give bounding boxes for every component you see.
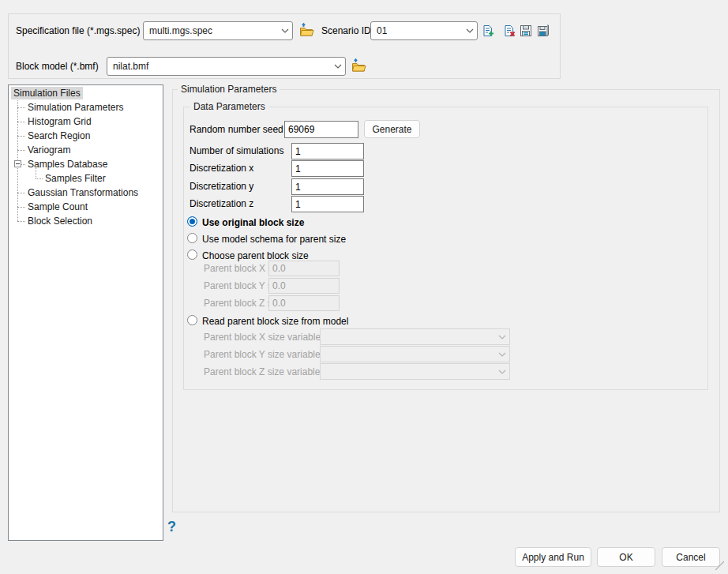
document-add-icon	[482, 24, 494, 37]
simulation-dialog: { "header": { "spec_label": "Specificati…	[0, 0, 728, 574]
radio-read-parent-block-size[interactable]	[187, 315, 197, 325]
browse-spec-file-button[interactable]	[298, 22, 314, 39]
add-scenario-button[interactable]	[482, 24, 494, 37]
ok-label: OK	[619, 552, 632, 563]
discretization-z-label: Discretization z	[190, 198, 253, 209]
tree-item-label: Samples Database	[28, 159, 107, 170]
save-button[interactable]	[520, 24, 532, 37]
tree-item-label: Simulation Parameters	[28, 102, 123, 113]
tree-item-histogram-grid[interactable]: Histogram Grid	[9, 114, 163, 129]
simulation-parameters-title: Simulation Parameters	[178, 84, 280, 95]
tree-item-label: Simulation Files	[11, 87, 83, 99]
radio-use-model-schema[interactable]	[187, 233, 197, 243]
radio-choose-parent-block-size[interactable]	[187, 249, 197, 260]
chevron-down-icon	[281, 28, 289, 33]
tree-item-search-region[interactable]: Search Region	[9, 129, 163, 143]
radio-read-parent-block-size-label: Read parent block size from model	[202, 316, 348, 327]
block-model-combobox[interactable]: nilat.bmf	[107, 57, 346, 76]
number-of-simulations-input[interactable]	[291, 143, 364, 159]
folder-open-icon	[351, 58, 366, 73]
parent-block-x-variable-combobox	[320, 328, 510, 345]
save-as-button[interactable]	[537, 24, 550, 37]
parent-block-y-size-input	[268, 278, 340, 294]
floppy-save-icon	[520, 24, 532, 37]
tree-item-sample-count[interactable]: Sample Count	[9, 200, 163, 214]
parent-block-z-variable-combobox	[320, 363, 510, 380]
generate-button-label: Generate	[372, 124, 411, 135]
radio-use-original-block-size-label: Use original block size	[202, 217, 304, 228]
tree-item-simulation-files[interactable]: Simulation Files	[9, 86, 163, 100]
document-delete-icon	[503, 24, 516, 37]
parent-block-y-variable-combobox	[320, 346, 510, 362]
simulation-files-tree: Simulation Files Simulation Parameters H…	[8, 84, 163, 541]
chevron-down-icon	[466, 28, 474, 33]
cancel-label: Cancel	[676, 552, 705, 563]
block-model-label: Block model (*.bmf)	[16, 61, 99, 72]
radio-use-model-schema-label: Use model schema for parent size	[202, 234, 346, 245]
tree-item-block-selection[interactable]: Block Selection	[9, 214, 163, 228]
cancel-button[interactable]: Cancel	[662, 547, 720, 567]
spec-file-combobox[interactable]: multi.mgs.spec	[143, 21, 293, 40]
parent-block-x-size-input	[268, 261, 340, 276]
tree-item-label: Gaussian Transformations	[28, 187, 138, 198]
discretization-y-label: Discretization y	[190, 181, 253, 192]
delete-scenario-button[interactable]	[503, 24, 516, 37]
apply-and-run-label: Apply and Run	[522, 552, 584, 563]
browse-block-model-button[interactable]	[351, 58, 366, 75]
tree-item-label: Search Region	[28, 130, 90, 141]
scenario-id-label: Scenario ID	[321, 25, 371, 36]
spec-file-value: multi.mgs.spec	[149, 25, 281, 36]
random-seed-input[interactable]	[284, 121, 358, 138]
parent-block-y-variable-label: Parent block Y size variable	[204, 349, 321, 360]
parent-block-z-variable-label: Parent block Z size variable	[204, 366, 320, 377]
discretization-x-input[interactable]	[291, 160, 364, 177]
tree-item-label: Samples Filter	[45, 173, 106, 184]
chevron-down-icon	[498, 352, 506, 357]
ok-button[interactable]: OK	[597, 547, 655, 567]
radio-use-original-block-size[interactable]	[187, 216, 197, 227]
apply-and-run-button[interactable]: Apply and Run	[515, 547, 591, 567]
generate-button[interactable]: Generate	[364, 120, 420, 138]
discretization-z-input[interactable]	[291, 196, 364, 212]
parent-block-z-size-input	[268, 295, 340, 311]
chevron-down-icon	[498, 335, 506, 340]
chevron-down-icon	[334, 64, 342, 69]
block-model-value: nilat.bmf	[113, 61, 334, 72]
help-icon[interactable]: ?	[167, 519, 176, 535]
number-of-simulations-label: Number of simulations	[190, 145, 283, 156]
chevron-down-icon	[498, 370, 506, 374]
collapse-minus-icon[interactable]	[14, 160, 21, 167]
scenario-id-combobox[interactable]: 01	[370, 21, 478, 40]
parent-block-x-variable-label: Parent block X size variable	[204, 332, 321, 343]
tree-item-variogram[interactable]: Variogram	[9, 143, 163, 157]
tree-item-samples-database[interactable]: Samples Database	[9, 157, 163, 171]
tree-item-gaussian-transformations[interactable]: Gaussian Transformations	[9, 186, 163, 200]
discretization-x-label: Discretization x	[190, 163, 253, 174]
tree-item-samples-filter[interactable]: Samples Filter	[9, 171, 163, 186]
tree-item-label: Block Selection	[28, 216, 92, 227]
folder-open-icon	[298, 22, 314, 37]
random-seed-label: Random number seed	[190, 124, 283, 135]
tree-item-simulation-parameters[interactable]: Simulation Parameters	[9, 100, 163, 114]
tree-item-label: Sample Count	[28, 201, 88, 212]
tree-item-label: Variogram	[28, 144, 70, 156]
spec-file-label: Specification file (*.mgs.spec)	[16, 25, 140, 36]
data-parameters-title: Data Parameters	[190, 101, 268, 112]
radio-choose-parent-block-size-label: Choose parent block size	[202, 250, 309, 261]
tree-item-label: Histogram Grid	[28, 116, 92, 127]
scenario-id-value: 01	[377, 25, 466, 36]
floppy-save-as-icon	[537, 24, 550, 37]
discretization-y-input[interactable]	[291, 178, 364, 195]
